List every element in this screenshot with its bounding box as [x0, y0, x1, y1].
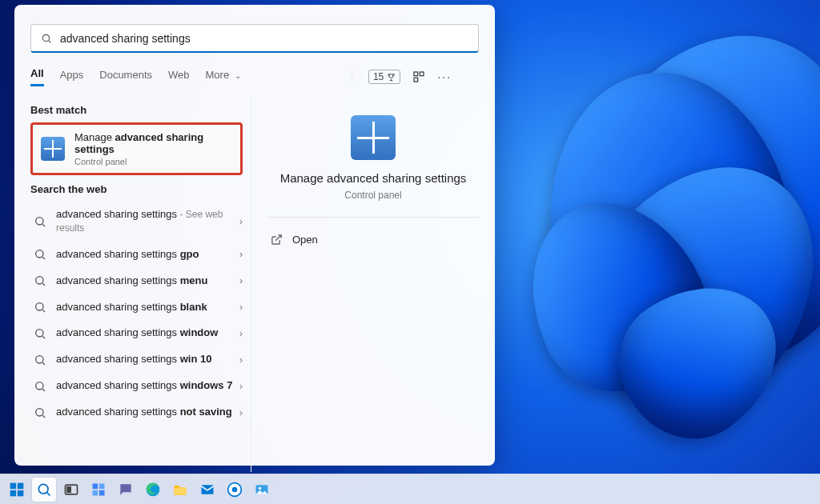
chevron-right-icon: ›: [239, 275, 243, 286]
chevron-right-icon: ›: [239, 302, 243, 313]
svg-rect-31: [93, 490, 98, 495]
taskbar: [0, 474, 820, 504]
filter-tab-more[interactable]: More ⌄: [206, 69, 241, 86]
gallery-button[interactable]: [250, 478, 274, 502]
chevron-down-icon: ⌄: [235, 71, 241, 80]
chevron-right-icon: ›: [239, 249, 243, 260]
svg-point-5: [36, 218, 43, 225]
web-result-item[interactable]: advanced sharing settings windows 7›: [30, 373, 251, 399]
web-result-label: advanced sharing settings window: [56, 326, 239, 340]
web-result-item[interactable]: advanced sharing settings not saving›: [30, 399, 251, 426]
search-icon: [34, 354, 46, 366]
svg-rect-30: [99, 483, 105, 489]
sharing-settings-icon: [351, 115, 396, 160]
search-icon: [34, 406, 46, 419]
search-icon: [41, 33, 52, 44]
svg-rect-24: [18, 490, 24, 496]
more-icon[interactable]: ···: [437, 70, 452, 84]
web-result-label: advanced sharing settings blank: [56, 301, 239, 314]
filter-tab-web[interactable]: Web: [168, 69, 190, 86]
svg-rect-22: [18, 482, 24, 489]
search-icon: [34, 248, 46, 261]
svg-rect-28: [67, 486, 70, 492]
svg-line-20: [42, 415, 45, 418]
web-result-item[interactable]: advanced sharing settings blank›: [30, 294, 251, 321]
web-result-item[interactable]: advanced sharing settings window›: [30, 320, 251, 346]
result-preview: Manage advanced sharing settings Control…: [267, 96, 479, 250]
web-result-label: advanced sharing settings - See web resu…: [56, 208, 239, 235]
svg-point-15: [36, 355, 43, 362]
web-result-item[interactable]: advanced sharing settings gpo›: [30, 242, 251, 268]
svg-rect-3: [420, 72, 424, 76]
desktop-wallpaper: All Apps Documents Web More ⌄ 15 ···: [0, 0, 820, 504]
best-match-result[interactable]: Manage advanced sharing settings Control…: [30, 122, 243, 175]
svg-rect-4: [414, 78, 418, 82]
web-result-item[interactable]: advanced sharing settings win 10›: [30, 346, 251, 373]
svg-rect-29: [93, 483, 98, 489]
search-icon: [34, 301, 46, 314]
search-icon: [34, 215, 46, 228]
svg-line-10: [42, 283, 45, 286]
open-action[interactable]: Open: [267, 229, 479, 250]
options-icon[interactable]: [412, 70, 426, 84]
rewards-badge[interactable]: 15: [368, 70, 400, 84]
svg-rect-32: [99, 490, 105, 495]
search-input[interactable]: [60, 32, 468, 45]
best-match-heading: Best match: [30, 104, 251, 116]
svg-rect-34: [175, 487, 187, 494]
svg-rect-2: [414, 72, 418, 76]
svg-line-26: [47, 492, 50, 495]
svg-line-8: [42, 257, 45, 259]
preview-title: Manage advanced sharing settings: [267, 171, 479, 185]
preview-subtitle: Control panel: [267, 190, 479, 201]
search-button[interactable]: [32, 478, 56, 502]
filter-bar: All Apps Documents Web More ⌄ 15 ···: [30, 67, 479, 86]
web-result-label: advanced sharing settings gpo: [56, 248, 239, 262]
open-action-label: Open: [292, 234, 318, 246]
start-button[interactable]: [5, 478, 29, 502]
chevron-right-icon: ›: [239, 354, 243, 366]
todo-button[interactable]: [223, 478, 247, 502]
svg-rect-23: [10, 490, 17, 496]
filter-tab-apps[interactable]: Apps: [60, 69, 84, 86]
web-result-item[interactable]: advanced sharing settings - See web resu…: [30, 202, 251, 242]
svg-line-1: [49, 40, 51, 42]
mail-button[interactable]: [195, 478, 219, 502]
svg-point-11: [36, 303, 43, 310]
trophy-icon: [387, 73, 396, 82]
search-icon: [34, 274, 46, 287]
edge-button[interactable]: [141, 478, 165, 502]
start-search-panel: All Apps Documents Web More ⌄ 15 ···: [14, 5, 495, 466]
chevron-right-icon: ›: [239, 381, 243, 392]
svg-line-14: [42, 336, 45, 338]
web-result-label: advanced sharing settings windows 7: [56, 379, 239, 393]
svg-point-37: [232, 486, 238, 492]
web-result-item[interactable]: advanced sharing settings menu›: [30, 268, 251, 294]
chevron-right-icon: ›: [239, 407, 243, 418]
best-match-subtitle: Control panel: [74, 157, 232, 166]
divider: [267, 217, 479, 218]
task-view-button[interactable]: [59, 478, 83, 502]
svg-point-17: [36, 382, 43, 389]
svg-line-6: [42, 224, 45, 226]
filter-tab-documents[interactable]: Documents: [99, 69, 152, 86]
svg-rect-21: [10, 482, 17, 489]
open-external-icon: [271, 234, 283, 246]
search-box[interactable]: [30, 24, 479, 53]
svg-point-0: [42, 34, 49, 41]
search-icon: [34, 380, 46, 393]
file-explorer-button[interactable]: [168, 478, 192, 502]
svg-point-9: [36, 277, 43, 284]
svg-point-19: [36, 408, 43, 415]
svg-point-13: [36, 330, 43, 337]
widgets-button[interactable]: [86, 478, 111, 502]
web-result-label: advanced sharing settings not saving: [56, 406, 239, 419]
svg-line-12: [42, 310, 45, 312]
chevron-right-icon: ›: [239, 328, 243, 339]
web-result-label: advanced sharing settings win 10: [56, 353, 239, 366]
filter-tab-all[interactable]: All: [30, 67, 44, 86]
web-results-list: advanced sharing settings - See web resu…: [30, 202, 251, 426]
web-result-label: advanced sharing settings menu: [56, 274, 239, 288]
chat-button[interactable]: [114, 478, 138, 502]
sharing-settings-icon: [41, 137, 65, 161]
